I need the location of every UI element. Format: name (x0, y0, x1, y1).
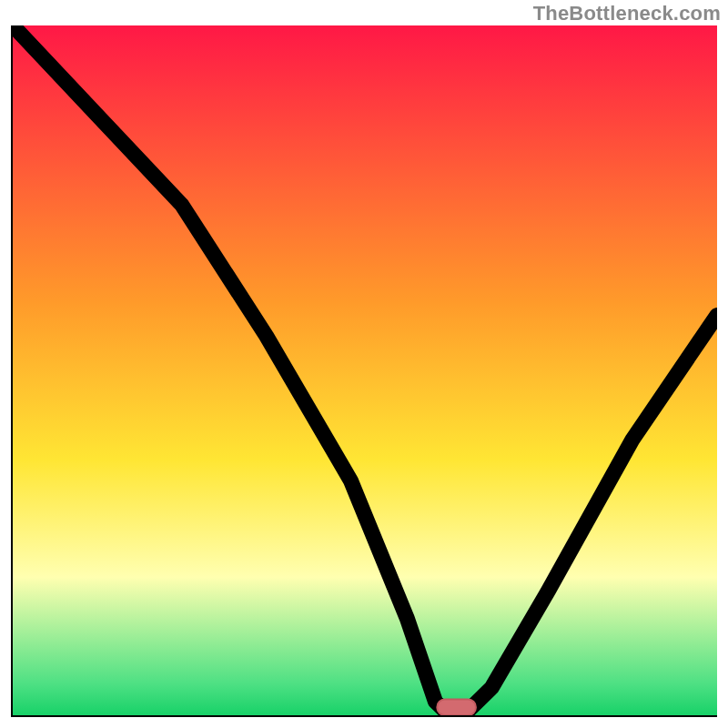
svg-rect-1 (437, 700, 476, 715)
plot-frame (11, 25, 717, 717)
chart-stage: TheBottleneck.com (0, 0, 728, 728)
watermark-text: TheBottleneck.com (533, 2, 721, 25)
optimal-marker (13, 25, 717, 715)
plot-area (13, 25, 717, 715)
